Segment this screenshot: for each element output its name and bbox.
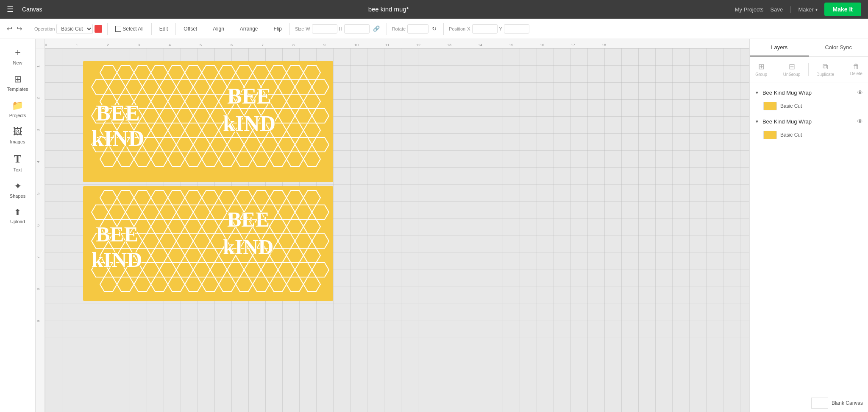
toolbar: ↩ ↪ Operation Basic Cut Select All Edit … xyxy=(0,19,868,39)
flip-button[interactable]: Flip xyxy=(271,24,284,34)
ungroup-label: UnGroup xyxy=(783,72,801,77)
separator-9 xyxy=(387,23,387,35)
delete-icon: 🗑 xyxy=(853,63,860,70)
sidebar-item-images-label: Images xyxy=(10,139,25,144)
my-projects-link[interactable]: My Projects xyxy=(735,6,764,13)
save-button[interactable]: Save xyxy=(771,6,783,13)
sidebar-item-shapes[interactable]: ✦ Shapes xyxy=(2,177,34,202)
make-it-button[interactable]: Make It xyxy=(824,3,861,16)
y-input[interactable] xyxy=(504,24,529,34)
sidebar-item-text[interactable]: T Text xyxy=(2,149,34,176)
ruler-horizontal: 0123456789101112131415161718 xyxy=(45,39,749,48)
images-icon: 🖼 xyxy=(13,126,22,137)
width-input[interactable] xyxy=(312,24,337,34)
document-title: bee kind mug* xyxy=(368,6,409,13)
layer-name-2: Bee Kind Mug Wrap xyxy=(762,118,854,125)
ungroup-action[interactable]: ⊟ UnGroup xyxy=(780,60,804,78)
svg-text:BEE: BEE xyxy=(227,207,270,231)
group-label: Group xyxy=(755,72,767,77)
x-input[interactable] xyxy=(472,24,498,34)
layer-header-1[interactable]: ▼ Bee Kind Mug Wrap 👁 xyxy=(750,86,868,99)
operation-select[interactable]: Basic Cut xyxy=(56,24,93,34)
layer-header-2[interactable]: ▼ Bee Kind Mug Wrap 👁 xyxy=(750,115,868,128)
height-input[interactable] xyxy=(344,24,370,34)
x-label: X xyxy=(467,26,470,31)
separator-4 xyxy=(175,23,176,35)
layer-item-2[interactable]: Basic Cut xyxy=(750,128,868,142)
design-canvas[interactable]: BEE kIND BEE kIND xyxy=(45,48,749,412)
right-panel: Layers Color Sync ⊞ Group ⊟ UnGroup ⧉ Du… xyxy=(749,39,868,412)
rotate-icon[interactable]: ↻ xyxy=(430,24,438,34)
duplicate-action[interactable]: ⧉ Duplicate xyxy=(813,61,837,78)
ungroup-icon: ⊟ xyxy=(789,62,795,71)
layer-group-1: ▼ Bee Kind Mug Wrap 👁 Basic Cut xyxy=(750,86,868,113)
edit-button[interactable]: Edit xyxy=(157,24,171,34)
tab-color-sync[interactable]: Color Sync xyxy=(809,39,868,56)
canvas-body: 123456789 xyxy=(36,48,749,412)
position-label: Position xyxy=(449,26,465,31)
sidebar-item-images[interactable]: 🖼 Images xyxy=(2,123,34,148)
arrange-button[interactable]: Arrange xyxy=(237,24,261,34)
mug-wrap-1-svg: BEE kIND BEE kIND xyxy=(83,61,333,182)
delete-action[interactable]: 🗑 Delete xyxy=(847,61,866,78)
duplicate-label: Duplicate xyxy=(816,72,834,77)
blank-canvas-label: Blank Canvas xyxy=(832,400,863,406)
sidebar-item-upload[interactable]: ⬆ Upload xyxy=(2,204,34,227)
offset-button[interactable]: Offset xyxy=(181,24,200,34)
select-all-button[interactable]: Select All xyxy=(113,24,146,34)
blank-canvas-row: Blank Canvas xyxy=(750,394,868,412)
svg-text:BEE: BEE xyxy=(96,222,138,246)
lock-ratio-icon[interactable]: 🔗 xyxy=(371,24,381,34)
operation-color[interactable] xyxy=(95,25,102,33)
w-label: W xyxy=(306,26,310,31)
maker-selector[interactable]: Maker ▾ xyxy=(798,6,817,13)
separator-1 xyxy=(29,23,29,35)
delete-label: Delete xyxy=(850,71,862,76)
rotate-input[interactable] xyxy=(407,24,428,34)
mug-wrap-2[interactable]: BEE kIND BEE kIND xyxy=(83,186,333,301)
ruler-corner xyxy=(36,39,45,48)
action-divider-3 xyxy=(842,63,842,76)
action-divider-2 xyxy=(808,63,809,76)
layer-group-2: ▼ Bee Kind Mug Wrap 👁 Basic Cut xyxy=(750,115,868,142)
shapes-icon: ✦ xyxy=(14,181,22,192)
sidebar-item-new[interactable]: ＋ New xyxy=(2,42,34,69)
app-title: Canvas xyxy=(22,6,42,13)
sidebar-item-templates-label: Templates xyxy=(7,87,28,92)
size-label: Size xyxy=(295,26,304,31)
right-tabs: Layers Color Sync xyxy=(750,39,868,57)
svg-text:kIND: kIND xyxy=(223,235,273,259)
layer-thumb-1 xyxy=(763,102,777,110)
sidebar-item-new-label: New xyxy=(13,60,22,65)
ruler-v-ticks: 123456789 xyxy=(36,48,45,412)
h-label: H xyxy=(339,26,342,31)
layer-name-1: Bee Kind Mug Wrap xyxy=(762,90,854,96)
sidebar-item-upload-label: Upload xyxy=(10,219,25,224)
select-all-icon xyxy=(115,26,121,32)
duplicate-icon: ⧉ xyxy=(823,62,828,71)
layer-eye-2[interactable]: 👁 xyxy=(857,118,863,125)
ruler-h-content: 0123456789101112131415161718 xyxy=(45,39,749,48)
svg-text:kIND: kIND xyxy=(92,248,142,272)
redo-button[interactable]: ↪ xyxy=(15,23,24,34)
layer-eye-1[interactable]: 👁 xyxy=(857,89,863,96)
menu-icon[interactable]: ☰ xyxy=(7,5,14,14)
blank-canvas-preview xyxy=(811,398,828,409)
tab-layers[interactable]: Layers xyxy=(750,39,809,56)
svg-text:kIND: kIND xyxy=(223,112,275,136)
panel-actions: ⊞ Group ⊟ UnGroup ⧉ Duplicate 🗑 Delete xyxy=(750,57,868,82)
undo-button[interactable]: ↩ xyxy=(5,23,14,34)
align-button[interactable]: Align xyxy=(210,24,227,34)
sidebar-item-templates[interactable]: ⊞ Templates xyxy=(2,70,34,95)
ruler-h-ticks: 0123456789101112131415161718 xyxy=(45,39,749,48)
group-action[interactable]: ⊞ Group xyxy=(752,60,771,78)
mug-wrap-2-svg: BEE kIND BEE kIND xyxy=(83,186,333,301)
maker-label: Maker xyxy=(798,6,813,13)
sidebar-item-projects[interactable]: 📁 Projects xyxy=(2,97,34,121)
topbar: ☰ Canvas bee kind mug* My Projects Save … xyxy=(0,0,868,19)
divider: | xyxy=(790,6,791,13)
layer-item-1[interactable]: Basic Cut xyxy=(750,99,868,113)
upload-icon: ⬆ xyxy=(14,207,21,217)
mug-wrap-1[interactable]: BEE kIND BEE kIND xyxy=(83,61,333,182)
sidebar-item-text-label: Text xyxy=(13,167,22,172)
